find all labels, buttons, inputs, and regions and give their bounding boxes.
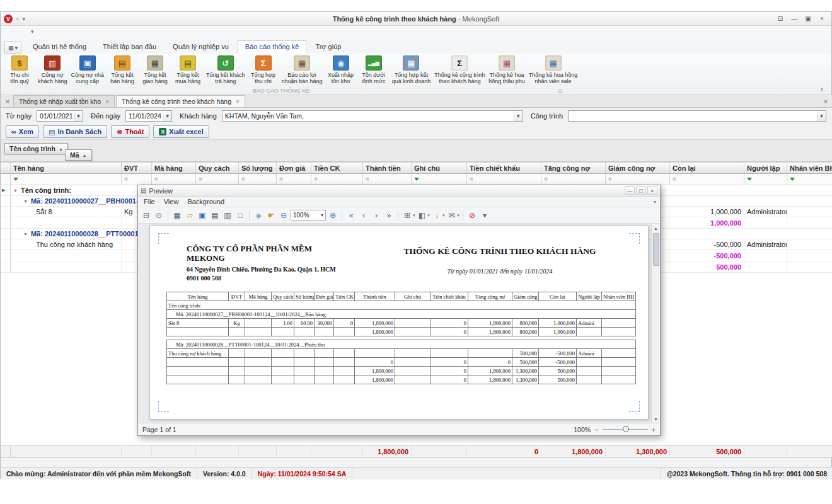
scroll-down-icon[interactable]: ▼ — [654, 415, 658, 423]
filter-cell-quy-cach[interactable]: = — [196, 174, 239, 185]
close-icon[interactable]: × — [105, 98, 109, 105]
ribbon-item-tong-hop-ket-qua-kinh-doanh[interactable]: ▦Tổng hợp kết quả kinh doanh — [390, 55, 433, 85]
export-icon[interactable]: ↓ — [431, 211, 442, 220]
column-header-ghi-chu[interactable]: Ghi chú — [412, 163, 467, 173]
watermark-icon[interactable]: ◈ — [253, 211, 264, 220]
ribbon-item-thong-ke-cong-trinh-theo-khach-hang[interactable]: ΣThống kê công trình theo khách hàng — [432, 55, 487, 85]
column-header-nhan-vien-bh[interactable]: Nhân viên BH — [787, 163, 832, 173]
column-header-tien-chiet-khau[interactable]: Tiền chiết khấu — [467, 163, 541, 173]
doc-tab-thong-ke-nhap-xuat-ton-kho[interactable]: Thống kê nhập xuất tồn kho× — [13, 95, 115, 107]
project-select[interactable]: ▼ — [568, 110, 826, 122]
ribbon-item-cong-no-khach-hang[interactable]: ▥Công nợ khách hàng — [36, 55, 69, 85]
group-chip-project[interactable]: Tên công trình ▲ — [4, 143, 68, 154]
customize-icon[interactable]: ▦ — [171, 211, 183, 220]
ribbon-item-tong-ket-mua-hang[interactable]: ▤Tổng kết mua hàng — [171, 55, 204, 85]
fullscreen-icon[interactable]: ⊡ — [773, 14, 787, 24]
quick-access-dropdown-icon[interactable]: ▾ — [22, 16, 25, 22]
column-header-con-lai[interactable]: Còn lại — [670, 163, 744, 173]
document-map-icon[interactable]: ⊟ — [141, 211, 152, 220]
expander-icon[interactable]: ▼ — [23, 232, 28, 236]
prev-page-icon[interactable]: ‹ — [358, 211, 369, 220]
minimize-icon[interactable]: — — [787, 14, 801, 24]
filter-cell-tien-ck[interactable]: = — [311, 174, 363, 185]
ribbon-item-cong-no-nha-cung-cap[interactable]: ▣Công nợ nhà cung cấp — [69, 55, 106, 85]
chevron-down-icon[interactable]: ▼ — [514, 111, 523, 121]
chevron-down-icon[interactable]: ▼ — [74, 111, 83, 121]
stop-icon[interactable]: ⊘ — [466, 211, 478, 220]
scroll-up-icon[interactable]: ▲ — [654, 224, 658, 232]
next-page-icon[interactable]: › — [371, 211, 382, 220]
open-icon[interactable]: ▱ — [184, 211, 195, 220]
chevron-down-icon[interactable]: ▾ — [654, 199, 660, 205]
filter-cell-ten-hang[interactable] — [11, 174, 122, 185]
ribbon-item-thong-ke-hoa-hong-nhan-vien-sale[interactable]: ▦Thống kê hoa hồng nhân viên sale — [527, 55, 580, 85]
exit-button[interactable]: ⊗Thoát — [111, 125, 149, 138]
ribbon-tab-quan-ly-nghiep-vu[interactable]: Quản lý nghiệp vụ — [165, 40, 236, 54]
menu-file[interactable]: File — [139, 197, 159, 207]
chevron-down-icon[interactable]: ▾ — [413, 213, 415, 218]
filter-cell-thanh-tien[interactable]: = — [363, 174, 412, 185]
ribbon-tab-quan-tri-he-thong[interactable]: Quản trị hệ thống — [25, 40, 94, 54]
group-chip-code[interactable]: Mã ▲ — [65, 149, 92, 161]
ribbon-tab-thiet-lap-ban-dau[interactable]: Thiết lập ban đầu — [95, 40, 164, 54]
page-setup-icon[interactable]: □ — [234, 211, 246, 220]
ribbon-collapse-icon[interactable]: ∧ — [819, 86, 824, 93]
chevron-down-icon[interactable]: ▾ — [442, 213, 445, 218]
close-icon[interactable]: × — [647, 186, 657, 195]
preview-titlebar[interactable]: ▤ Preview — □ × — [138, 185, 660, 197]
ribbon-item-tong-hop-thu-chi[interactable]: ΣTổng hợp thu chi — [247, 55, 280, 85]
to-date-input[interactable]: 11/01/2024 ▼ — [125, 110, 172, 122]
maximize-icon[interactable]: ▣ — [801, 14, 815, 24]
scrollbar-thumb[interactable] — [653, 233, 659, 266]
preview-scrollbar[interactable]: ▲ ▼ — [651, 224, 660, 423]
hand-tool-icon[interactable]: ☛ — [265, 211, 277, 220]
multiple-pages-icon[interactable]: ⊞ — [402, 211, 413, 220]
column-header-don-gia[interactable]: Đơn giá — [277, 163, 311, 173]
filter-cell-nhan-vien-bh[interactable] — [787, 174, 832, 185]
filter-cell-nguoi-lap[interactable] — [744, 174, 787, 185]
zoom-in-button[interactable]: + — [652, 426, 656, 433]
column-header-ma-hang[interactable]: Mã hàng — [152, 163, 196, 173]
close-tab-button-left[interactable]: × — [2, 95, 13, 107]
group-dialog-launcher-icon[interactable]: ⊙ — [558, 88, 563, 94]
search-icon[interactable]: ⊙ — [153, 211, 165, 220]
zoom-select[interactable]: 100%▾ — [291, 210, 326, 220]
first-page-icon[interactable]: « — [345, 211, 357, 220]
from-date-input[interactable]: 01/01/2021 ▼ — [37, 110, 83, 122]
customer-select[interactable]: KHTAM, Nguyễn Văn Tam, ▼ — [222, 110, 523, 122]
menu-view[interactable]: View — [159, 197, 183, 207]
filter-cell-tang-cong-no[interactable]: = — [541, 174, 606, 185]
close-icon[interactable]: × — [815, 14, 829, 24]
filter-cell-tien-chiet-khau[interactable]: = — [467, 174, 541, 185]
quick-print-icon[interactable]: ▥ — [222, 211, 233, 220]
ribbon-item-xuat-nhap-ton-kho[interactable]: ◉Xuất nhập tồn kho — [325, 55, 357, 85]
filter-cell-giam-cong-no[interactable]: = — [606, 174, 670, 185]
column-header-ten-hang[interactable]: Tên hàng — [11, 163, 122, 173]
filter-cell-con-lai[interactable]: = — [670, 174, 744, 185]
close-icon[interactable]: × — [236, 98, 240, 105]
column-header-quy-cach[interactable]: Quy cách — [196, 163, 239, 173]
filter-cell-ma-hang[interactable]: = — [152, 174, 196, 185]
column-header-tang-cong-no[interactable]: Tăng công nợ — [541, 163, 606, 173]
send-icon[interactable]: ✉ — [446, 211, 458, 220]
minimize-icon[interactable]: — — [625, 186, 635, 195]
filter-cell-so-luong[interactable]: = — [239, 174, 277, 185]
close-tab-button-right[interactable]: × — [820, 95, 831, 107]
zoom-out-icon[interactable]: ⊖ — [278, 211, 289, 220]
filter-cell-ghi-chu[interactable] — [412, 174, 467, 185]
ribbon-item-thong-ke-hoa-hong-thau-phu[interactable]: ▦Thống kê hoa hồng thầu phụ — [487, 55, 527, 85]
print-list-button[interactable]: ▤In Danh Sách — [43, 125, 107, 138]
ribbon-item-ton-duoi-dinh-muc[interactable]: ▂▄▆Tồn dưới định mức — [357, 55, 390, 85]
chevron-down-icon[interactable]: ▼ — [817, 111, 826, 121]
column-header-dvt[interactable]: ĐVT — [122, 163, 152, 173]
overflow-icon[interactable]: ▾ — [479, 211, 490, 220]
ribbon-tab-tro-giup[interactable]: Trợ giúp — [308, 40, 349, 54]
column-header-nguoi-lap[interactable]: Người lập — [744, 163, 787, 173]
quick-access-button[interactable]: ○ — [16, 16, 19, 22]
doc-tab-thong-ke-cong-trinh-theo-khach-hang[interactable]: Thống kê công trình theo khách hàng× — [116, 95, 245, 107]
menu-background[interactable]: Background — [183, 197, 229, 207]
column-header-giam-cong-no[interactable]: Giảm công nợ — [606, 163, 670, 173]
column-header-so-luong[interactable]: Số lượng — [239, 163, 277, 173]
chevron-down-icon[interactable]: ▾ — [458, 213, 460, 218]
ribbon-item-tong-ket-ban-hang[interactable]: ▤Tổng kết bán hàng — [106, 55, 139, 85]
